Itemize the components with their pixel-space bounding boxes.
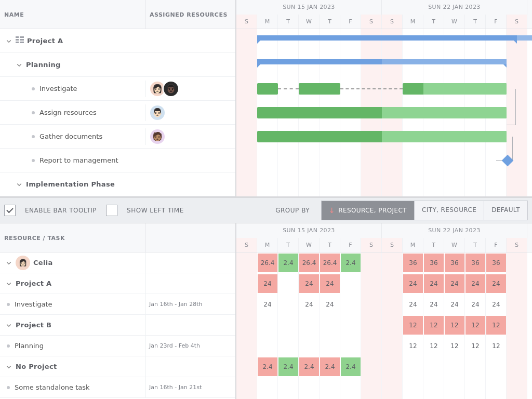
day-header[interactable]: W <box>444 238 465 252</box>
day-header[interactable]: M <box>403 15 423 29</box>
task-bar-investigate-3[interactable] <box>403 83 507 95</box>
day-header[interactable]: S <box>382 15 403 29</box>
expand-toggle[interactable] <box>5 363 12 370</box>
histogram-timeline[interactable]: Sun 15 Jan 2023Sun 22 Jan 2023 SMTWTFSSM… <box>236 223 532 399</box>
alloc-cell[interactable]: 12 <box>466 316 485 335</box>
avatar-celia[interactable]: 👩🏻 <box>16 256 30 270</box>
histo-row-celia-noproj[interactable]: No Project <box>0 356 235 377</box>
expand-toggle[interactable] <box>5 37 12 45</box>
week-header[interactable]: Sun 22 Jan 2023 <box>382 223 527 238</box>
alloc-cell[interactable]: 36 <box>403 254 423 272</box>
alloc-cell[interactable]: 24 <box>466 274 485 293</box>
alloc-cell[interactable]: 24 <box>299 274 319 293</box>
alloc-cell[interactable]: 2.4 <box>258 357 277 376</box>
expand-toggle[interactable] <box>5 259 12 267</box>
day-header[interactable]: W <box>444 15 465 29</box>
expand-toggle[interactable] <box>5 322 12 329</box>
alloc-cell[interactable]: 2.4 <box>341 357 361 376</box>
day-header[interactable]: S <box>507 238 527 252</box>
col-header-resources[interactable]: Assigned Resources <box>145 0 235 29</box>
alloc-cell[interactable]: 24 <box>320 295 340 314</box>
day-header[interactable]: W <box>299 15 320 29</box>
seg-city-resource[interactable]: City, Resource <box>414 201 484 220</box>
expand-toggle[interactable] <box>16 61 23 69</box>
alloc-cell[interactable]: 36 <box>445 254 464 272</box>
tree-row-impl[interactable]: Implementation Phase <box>0 172 235 196</box>
week-header[interactable]: Sun 22 Jan 2023 <box>382 0 527 15</box>
alloc-cell[interactable]: 24 <box>445 274 464 293</box>
day-header[interactable]: S <box>361 15 382 29</box>
alloc-cell[interactable]: 24 <box>403 274 423 293</box>
day-header[interactable]: M <box>403 238 423 252</box>
alloc-cell[interactable]: 12 <box>466 337 485 355</box>
tree-row-assign-res[interactable]: Assign resources👨🏻 <box>0 101 235 125</box>
alloc-cell[interactable]: 24 <box>258 295 277 314</box>
summary-bar-project-a[interactable] <box>257 35 517 41</box>
histo-row-celia-planning[interactable]: PlanningJan 23rd - Feb 4th <box>0 336 235 356</box>
histo-row-celia-proja[interactable]: Project A <box>0 273 235 294</box>
avatar-dan[interactable]: 👨🏿 <box>163 81 179 97</box>
histo-row-celia[interactable]: 👩🏻Celia <box>0 252 235 273</box>
alloc-cell[interactable]: 36 <box>466 254 485 272</box>
expand-toggle[interactable] <box>16 181 23 188</box>
alloc-cell[interactable]: 12 <box>403 337 423 355</box>
expand-toggle[interactable] <box>5 280 12 287</box>
histo-row-celia-investigate[interactable]: InvestigateJan 16th - Jan 28th <box>0 294 235 315</box>
day-header[interactable]: T <box>320 238 340 252</box>
alloc-cell[interactable]: 12 <box>445 337 464 355</box>
day-header[interactable]: S <box>361 238 382 252</box>
day-header[interactable]: S <box>236 15 257 29</box>
day-header[interactable]: F <box>486 15 507 29</box>
alloc-cell[interactable]: 26.4 <box>299 254 319 272</box>
tree-row-proj-a[interactable]: Project A <box>0 29 235 53</box>
task-bar-investigate-1[interactable] <box>257 83 278 95</box>
alloc-cell[interactable]: 2.4 <box>320 357 340 376</box>
alloc-cell[interactable]: 24 <box>466 295 485 314</box>
day-header[interactable]: F <box>340 15 361 29</box>
alloc-cell[interactable]: 2.4 <box>278 254 298 272</box>
week-header[interactable]: Sun 15 Jan 2023 <box>236 223 382 238</box>
alloc-cell[interactable]: 12 <box>424 316 444 335</box>
day-header[interactable]: T <box>465 238 486 252</box>
day-header[interactable]: S <box>507 15 527 29</box>
alloc-cell[interactable]: 24 <box>258 274 277 293</box>
day-header[interactable]: T <box>465 15 486 29</box>
seg-default[interactable]: Default <box>484 201 527 220</box>
alloc-cell[interactable]: 24 <box>445 295 464 314</box>
day-header[interactable]: M <box>257 15 278 29</box>
day-header[interactable]: T <box>423 238 444 252</box>
day-header[interactable]: W <box>299 238 320 252</box>
histo-row-celia-projb[interactable]: Project B <box>0 315 235 336</box>
seg-resource-project[interactable]: ↓ Resource, Project <box>322 201 414 220</box>
alloc-cell[interactable]: 24 <box>424 295 444 314</box>
checkbox-show-left-time[interactable] <box>106 205 117 216</box>
alloc-cell[interactable]: 12 <box>445 316 464 335</box>
alloc-cell[interactable]: 2.4 <box>278 357 298 376</box>
histo-row-celia-standalone[interactable]: Some standalone taskJan 16th - Jan 21st <box>0 377 235 398</box>
alloc-cell[interactable]: 2.4 <box>341 254 361 272</box>
day-header[interactable]: S <box>382 238 403 252</box>
alloc-cell[interactable]: 12 <box>486 316 506 335</box>
task-bar-investigate-2[interactable] <box>299 83 340 95</box>
tree-row-report-mgmt[interactable]: Report to management <box>0 149 235 172</box>
day-header[interactable]: F <box>340 238 361 252</box>
alloc-cell[interactable]: 24 <box>299 295 319 314</box>
tree-row-investigate[interactable]: Investigate👩🏻👨🏿 <box>0 77 235 101</box>
alloc-cell[interactable]: 24 <box>320 274 340 293</box>
avatar-mark[interactable]: 👨🏻 <box>149 104 166 121</box>
alloc-cell[interactable]: 24 <box>424 274 444 293</box>
tree-row-planning[interactable]: Planning <box>0 53 235 77</box>
alloc-cell[interactable]: 24 <box>403 295 423 314</box>
col-header-resource-task[interactable]: Resource / Task <box>0 223 145 252</box>
tree-row-gather-docs[interactable]: Gather documents🧑🏽 <box>0 125 235 149</box>
gantt-timeline[interactable]: Sun 15 Jan 2023Sun 22 Jan 2023 SMTWTFSSM… <box>236 0 532 196</box>
alloc-cell[interactable]: 24 <box>486 274 506 293</box>
day-header[interactable]: S <box>236 238 257 252</box>
checkbox-enable-tooltip[interactable] <box>4 205 16 216</box>
alloc-cell[interactable]: 36 <box>486 254 506 272</box>
task-bar-assign[interactable] <box>257 107 507 118</box>
day-header[interactable]: T <box>320 15 340 29</box>
day-header[interactable]: F <box>486 238 507 252</box>
day-header[interactable]: T <box>278 238 299 252</box>
week-header[interactable]: Sun 15 Jan 2023 <box>236 0 382 15</box>
